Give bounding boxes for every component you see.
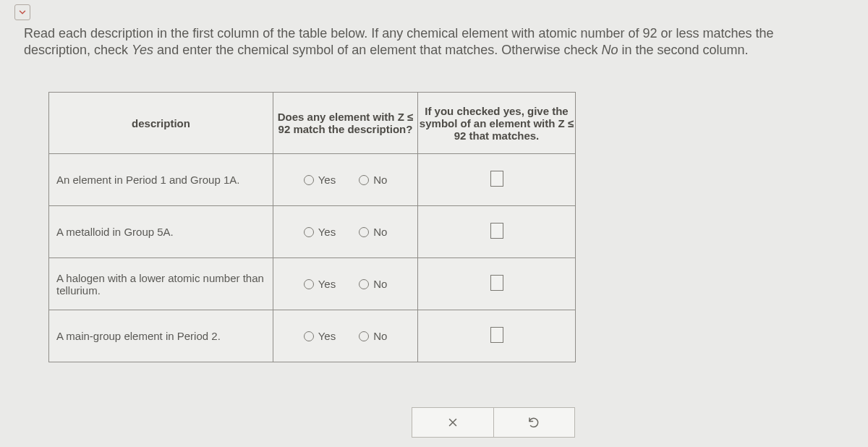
collapse-toggle[interactable] <box>14 4 30 20</box>
radio-circle-icon <box>359 227 369 237</box>
description-cell: A metalloid in Group 5A. <box>49 221 273 242</box>
instr-p3: in the second column. <box>618 43 748 57</box>
instr-yes: Yes <box>132 43 153 57</box>
radio-yes[interactable]: Yes <box>304 330 336 342</box>
radio-group: Yes No <box>273 310 417 362</box>
table-row: A main-group element in Period 2. Yes No <box>49 310 576 362</box>
radio-no-label: No <box>373 330 387 342</box>
radio-circle-icon <box>304 175 314 185</box>
radio-no[interactable]: No <box>359 174 387 186</box>
description-cell: An element in Period 1 and Group 1A. <box>49 169 273 190</box>
radio-no-label: No <box>373 174 387 186</box>
radio-no[interactable]: No <box>359 226 387 238</box>
table-header-row: description Does any element with Z ≤ 92… <box>49 93 576 154</box>
radio-yes-label: Yes <box>318 226 336 238</box>
undo-icon <box>527 416 540 429</box>
radio-circle-icon <box>359 331 369 341</box>
radio-circle-icon <box>304 331 314 341</box>
radio-circle-icon <box>304 279 314 289</box>
radio-yes[interactable]: Yes <box>304 278 336 290</box>
table-row: A metalloid in Group 5A. Yes No <box>49 206 576 258</box>
symbol-input[interactable] <box>490 223 503 239</box>
clear-button[interactable] <box>412 408 494 437</box>
radio-yes[interactable]: Yes <box>304 226 336 238</box>
header-match: Does any element with Z ≤ 92 match the d… <box>273 93 418 154</box>
description-cell: A halogen with a lower atomic number tha… <box>49 268 273 301</box>
radio-circle-icon <box>359 279 369 289</box>
symbol-input[interactable] <box>490 327 503 343</box>
instr-no: No <box>601 43 618 57</box>
question-instructions: Read each description in the first colum… <box>24 25 827 58</box>
instr-p2: and enter the chemical symbol of an elem… <box>153 43 601 57</box>
table-row: A halogen with a lower atomic number tha… <box>49 258 576 310</box>
header-description: description <box>49 93 273 154</box>
radio-yes-label: Yes <box>318 330 336 342</box>
description-cell: A main-group element in Period 2. <box>49 325 273 346</box>
radio-no-label: No <box>373 226 387 238</box>
reset-button[interactable] <box>494 408 575 437</box>
header-symbol: If you checked yes, give the symbol of a… <box>418 93 576 154</box>
radio-yes[interactable]: Yes <box>304 174 336 186</box>
radio-group: Yes No <box>273 154 417 205</box>
symbol-input[interactable] <box>490 275 503 291</box>
radio-group: Yes No <box>273 258 417 310</box>
element-table: description Does any element with Z ≤ 92… <box>48 92 576 362</box>
radio-circle-icon <box>359 175 369 185</box>
close-icon <box>446 416 459 429</box>
table-row: An element in Period 1 and Group 1A. Yes… <box>49 154 576 206</box>
radio-circle-icon <box>304 227 314 237</box>
radio-yes-label: Yes <box>318 174 336 186</box>
answer-toolbar <box>412 407 575 438</box>
radio-no[interactable]: No <box>359 278 387 290</box>
symbol-input[interactable] <box>490 171 503 187</box>
radio-no[interactable]: No <box>359 330 387 342</box>
radio-no-label: No <box>373 278 387 290</box>
radio-group: Yes No <box>273 206 417 257</box>
radio-yes-label: Yes <box>318 278 336 290</box>
chevron-down-icon <box>17 7 27 17</box>
